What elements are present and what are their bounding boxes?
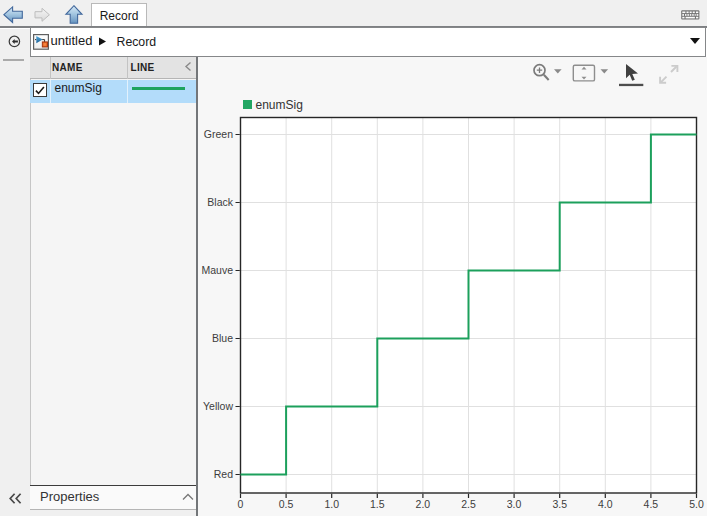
svg-text:Red: Red [214,468,233,480]
svg-text:Black: Black [207,196,233,208]
svg-text:4.0: 4.0 [598,498,613,510]
svg-text:Mauve: Mauve [201,264,233,276]
svg-text:1.5: 1.5 [370,498,385,510]
svg-text:enumSig: enumSig [256,98,303,112]
svg-text:0.5: 0.5 [279,498,294,510]
svg-text:3.5: 3.5 [552,498,567,510]
svg-text:4.5: 4.5 [644,498,659,510]
svg-text:5.0: 5.0 [689,498,704,510]
svg-text:2.5: 2.5 [461,498,476,510]
svg-text:1.0: 1.0 [324,498,339,510]
svg-text:Yellow: Yellow [203,400,233,412]
svg-text:Blue: Blue [212,332,233,344]
svg-text:0: 0 [238,498,244,510]
svg-text:3.0: 3.0 [507,498,522,510]
svg-text:Green: Green [204,128,233,140]
svg-text:2.0: 2.0 [416,498,431,510]
